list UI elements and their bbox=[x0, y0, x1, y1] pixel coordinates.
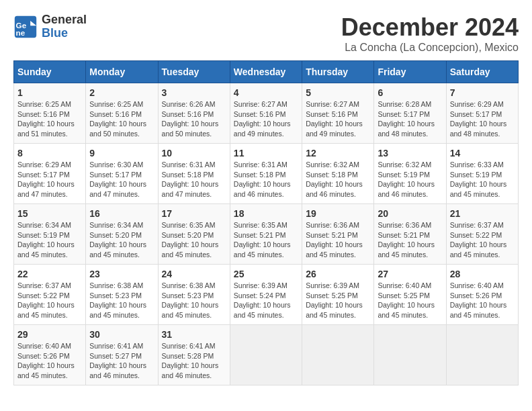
day-number: 28 bbox=[450, 269, 515, 279]
table-row: 9 Sunrise: 6:30 AM Sunset: 5:17 PM Dayli… bbox=[86, 144, 158, 204]
table-row: 13 Sunrise: 6:32 AM Sunset: 5:19 PM Dayl… bbox=[374, 144, 446, 204]
day-info: Sunrise: 6:36 AM Sunset: 5:21 PM Dayligh… bbox=[306, 220, 370, 260]
day-number: 31 bbox=[162, 329, 226, 340]
day-number: 14 bbox=[450, 148, 515, 158]
table-row: 7 Sunrise: 6:29 AM Sunset: 5:17 PM Dayli… bbox=[446, 83, 518, 144]
table-row: 26 Sunrise: 6:39 AM Sunset: 5:25 PM Dayl… bbox=[302, 265, 374, 325]
table-row: 28 Sunrise: 6:40 AM Sunset: 5:26 PM Dayl… bbox=[446, 265, 518, 325]
table-row: 30 Sunrise: 6:41 AM Sunset: 5:27 PM Dayl… bbox=[86, 325, 158, 385]
day-number: 6 bbox=[378, 87, 442, 98]
location-title: La Concha (La Concepcion), Mexico bbox=[341, 42, 519, 54]
day-info: Sunrise: 6:25 AM Sunset: 5:16 PM Dayligh… bbox=[89, 99, 154, 139]
day-info: Sunrise: 6:32 AM Sunset: 5:18 PM Dayligh… bbox=[306, 160, 370, 199]
day-number: 8 bbox=[17, 148, 82, 158]
header-thursday: Thursday bbox=[302, 61, 374, 83]
header-wednesday: Wednesday bbox=[230, 61, 302, 83]
table-row: 21 Sunrise: 6:37 AM Sunset: 5:22 PM Dayl… bbox=[446, 204, 518, 265]
day-number: 13 bbox=[378, 148, 442, 158]
day-info: Sunrise: 6:26 AM Sunset: 5:16 PM Dayligh… bbox=[162, 99, 226, 139]
day-number: 15 bbox=[17, 208, 82, 219]
table-row: 12 Sunrise: 6:32 AM Sunset: 5:18 PM Dayl… bbox=[302, 144, 374, 204]
day-number: 4 bbox=[234, 87, 298, 98]
table-row: 6 Sunrise: 6:28 AM Sunset: 5:17 PM Dayli… bbox=[374, 83, 446, 144]
table-row: 22 Sunrise: 6:37 AM Sunset: 5:22 PM Dayl… bbox=[14, 265, 86, 325]
day-number: 23 bbox=[89, 269, 154, 279]
header-monday: Monday bbox=[86, 61, 158, 83]
table-row: 3 Sunrise: 6:26 AM Sunset: 5:16 PM Dayli… bbox=[158, 83, 230, 144]
day-info: Sunrise: 6:28 AM Sunset: 5:17 PM Dayligh… bbox=[378, 99, 442, 139]
day-number: 18 bbox=[234, 208, 298, 219]
day-info: Sunrise: 6:35 AM Sunset: 5:21 PM Dayligh… bbox=[234, 220, 298, 260]
day-number: 20 bbox=[378, 208, 442, 219]
day-info: Sunrise: 6:36 AM Sunset: 5:21 PM Dayligh… bbox=[378, 220, 442, 260]
day-info: Sunrise: 6:27 AM Sunset: 5:16 PM Dayligh… bbox=[234, 99, 298, 139]
day-number: 10 bbox=[162, 148, 226, 158]
day-info: Sunrise: 6:39 AM Sunset: 5:25 PM Dayligh… bbox=[306, 281, 370, 320]
table-row: 10 Sunrise: 6:31 AM Sunset: 5:18 PM Dayl… bbox=[158, 144, 230, 204]
header-friday: Friday bbox=[374, 61, 446, 83]
day-info: Sunrise: 6:32 AM Sunset: 5:19 PM Dayligh… bbox=[378, 160, 442, 199]
header-tuesday: Tuesday bbox=[158, 61, 230, 83]
day-number: 16 bbox=[89, 208, 154, 219]
day-number: 11 bbox=[234, 148, 298, 158]
day-info: Sunrise: 6:38 AM Sunset: 5:23 PM Dayligh… bbox=[89, 281, 154, 320]
day-info: Sunrise: 6:35 AM Sunset: 5:20 PM Dayligh… bbox=[162, 220, 226, 260]
header-section: Ge ne General Blue December 2024 La Conc… bbox=[13, 13, 519, 54]
day-number: 3 bbox=[162, 87, 226, 98]
table-row: 18 Sunrise: 6:35 AM Sunset: 5:21 PM Dayl… bbox=[230, 204, 302, 265]
day-info: Sunrise: 6:29 AM Sunset: 5:17 PM Dayligh… bbox=[17, 160, 82, 199]
day-number: 22 bbox=[17, 269, 82, 279]
table-row: 24 Sunrise: 6:38 AM Sunset: 5:23 PM Dayl… bbox=[158, 265, 230, 325]
day-info: Sunrise: 6:31 AM Sunset: 5:18 PM Dayligh… bbox=[234, 160, 298, 199]
table-row: 25 Sunrise: 6:39 AM Sunset: 5:24 PM Dayl… bbox=[230, 265, 302, 325]
day-info: Sunrise: 6:37 AM Sunset: 5:22 PM Dayligh… bbox=[17, 281, 82, 320]
day-number: 30 bbox=[89, 329, 154, 340]
table-row: 20 Sunrise: 6:36 AM Sunset: 5:21 PM Dayl… bbox=[374, 204, 446, 265]
table-row: 8 Sunrise: 6:29 AM Sunset: 5:17 PM Dayli… bbox=[14, 144, 86, 204]
day-number: 2 bbox=[89, 87, 154, 98]
day-number: 24 bbox=[162, 269, 226, 279]
day-info: Sunrise: 6:40 AM Sunset: 5:26 PM Dayligh… bbox=[17, 341, 82, 381]
table-row: 23 Sunrise: 6:38 AM Sunset: 5:23 PM Dayl… bbox=[86, 265, 158, 325]
header-sunday: Sunday bbox=[14, 61, 86, 83]
day-info: Sunrise: 6:27 AM Sunset: 5:16 PM Dayligh… bbox=[306, 99, 370, 139]
day-number: 9 bbox=[89, 148, 154, 158]
table-row: 29 Sunrise: 6:40 AM Sunset: 5:26 PM Dayl… bbox=[14, 325, 86, 385]
day-number: 26 bbox=[306, 269, 370, 279]
day-info: Sunrise: 6:31 AM Sunset: 5:18 PM Dayligh… bbox=[162, 160, 226, 199]
table-row bbox=[230, 325, 302, 385]
day-number: 21 bbox=[450, 208, 515, 219]
day-info: Sunrise: 6:29 AM Sunset: 5:17 PM Dayligh… bbox=[450, 99, 515, 139]
day-info: Sunrise: 6:34 AM Sunset: 5:19 PM Dayligh… bbox=[17, 220, 82, 260]
day-number: 19 bbox=[306, 208, 370, 219]
table-row: 15 Sunrise: 6:34 AM Sunset: 5:19 PM Dayl… bbox=[14, 204, 86, 265]
table-row: 16 Sunrise: 6:34 AM Sunset: 5:20 PM Dayl… bbox=[86, 204, 158, 265]
header-saturday: Saturday bbox=[446, 61, 518, 83]
table-row: 5 Sunrise: 6:27 AM Sunset: 5:16 PM Dayli… bbox=[302, 83, 374, 144]
day-info: Sunrise: 6:41 AM Sunset: 5:27 PM Dayligh… bbox=[89, 341, 154, 381]
day-info: Sunrise: 6:34 AM Sunset: 5:20 PM Dayligh… bbox=[89, 220, 154, 260]
table-row bbox=[446, 325, 518, 385]
table-row: 17 Sunrise: 6:35 AM Sunset: 5:20 PM Dayl… bbox=[158, 204, 230, 265]
logo-blue: Blue bbox=[42, 27, 87, 40]
day-number: 12 bbox=[306, 148, 370, 158]
logo-general: General bbox=[42, 13, 87, 27]
day-info: Sunrise: 6:38 AM Sunset: 5:23 PM Dayligh… bbox=[162, 281, 226, 320]
table-row: 19 Sunrise: 6:36 AM Sunset: 5:21 PM Dayl… bbox=[302, 204, 374, 265]
day-number: 7 bbox=[450, 87, 515, 98]
table-row: 1 Sunrise: 6:25 AM Sunset: 5:16 PM Dayli… bbox=[14, 83, 86, 144]
day-number: 17 bbox=[162, 208, 226, 219]
table-row: 14 Sunrise: 6:33 AM Sunset: 5:19 PM Dayl… bbox=[446, 144, 518, 204]
calendar-header: Sunday Monday Tuesday Wednesday Thursday… bbox=[14, 61, 519, 83]
calendar-body: 1 Sunrise: 6:25 AM Sunset: 5:16 PM Dayli… bbox=[14, 83, 519, 385]
month-title: December 2024 bbox=[341, 13, 519, 42]
logo: Ge ne General Blue bbox=[13, 13, 87, 40]
table-row: 11 Sunrise: 6:31 AM Sunset: 5:18 PM Dayl… bbox=[230, 144, 302, 204]
day-number: 27 bbox=[378, 269, 442, 279]
day-info: Sunrise: 6:41 AM Sunset: 5:28 PM Dayligh… bbox=[162, 341, 226, 381]
table-row bbox=[302, 325, 374, 385]
table-row: 2 Sunrise: 6:25 AM Sunset: 5:16 PM Dayli… bbox=[86, 83, 158, 144]
day-info: Sunrise: 6:37 AM Sunset: 5:22 PM Dayligh… bbox=[450, 220, 515, 260]
day-info: Sunrise: 6:25 AM Sunset: 5:16 PM Dayligh… bbox=[17, 99, 82, 139]
day-info: Sunrise: 6:40 AM Sunset: 5:26 PM Dayligh… bbox=[450, 281, 515, 320]
